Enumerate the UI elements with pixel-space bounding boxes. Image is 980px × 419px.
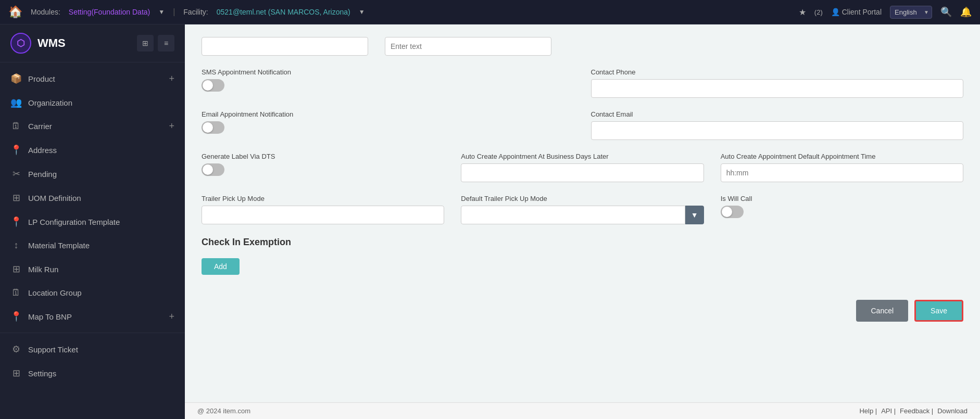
sidebar-item-organization[interactable]: 👥 Organization (0, 91, 185, 115)
search-icon[interactable]: 🔍 (940, 6, 952, 18)
main-layout: ⬡ WMS ⊞ ≡ 📦 Product + 👥 Organization 🗓 C… (0, 24, 980, 419)
sidebar-item-support-ticket[interactable]: ⚙ Support Ticket (0, 337, 185, 361)
contact-phone-input[interactable] (591, 79, 964, 98)
organization-icon: 👥 (10, 97, 22, 108)
check-in-title: Check In Exemption (202, 237, 963, 248)
sidebar-item-label: Product (28, 74, 162, 83)
email-toggle-track (202, 121, 224, 134)
add-button[interactable]: Add (202, 258, 240, 275)
sidebar-item-label: Settings (28, 369, 174, 378)
contact-email-label: Contact Email (591, 110, 964, 118)
map-to-bnp-icon: 📍 (10, 311, 22, 322)
sidebar-item-location-group[interactable]: 🗓 Location Group (0, 281, 185, 304)
sidebar-item-product[interactable]: 📦 Product + (0, 67, 185, 91)
map-to-bnp-add-icon[interactable]: + (169, 311, 174, 322)
facility-link[interactable]: 0521@teml.net (SAN MARCOS, Arizona) (217, 8, 350, 16)
sidebar-item-settings[interactable]: ⊞ Settings (0, 361, 185, 385)
generate-label-toggle[interactable] (202, 163, 224, 176)
default-trailer-select[interactable] (461, 206, 685, 224)
generate-label-toggle-track (202, 163, 224, 176)
email-toggle[interactable] (202, 121, 224, 134)
sms-toggle-thumb (203, 80, 213, 91)
sidebar-logo: ⬡ WMS ⊞ ≡ (0, 24, 185, 62)
form-actions: Cancel Save (202, 291, 963, 322)
language-selector[interactable]: English Spanish (890, 6, 932, 19)
home-icon[interactable]: 🏠 (8, 5, 22, 19)
partial-input-2[interactable] (385, 37, 551, 56)
pending-icon: ✂ (10, 168, 22, 180)
notification-bell-icon[interactable]: 🔔 (960, 6, 972, 18)
sms-group: SMS Appointment Notification (202, 68, 574, 92)
grid-view-button[interactable]: ⊞ (137, 35, 154, 52)
logo-icon: ⬡ (10, 33, 31, 54)
api-link[interactable]: API | (881, 407, 896, 415)
is-will-call-toggle-track (721, 206, 744, 218)
auto-create-group: Auto Create Appointment At Business Days… (461, 153, 703, 182)
is-will-call-toggle[interactable] (721, 206, 744, 218)
auto-create-input[interactable] (461, 163, 703, 182)
auto-create-time-input[interactable] (721, 163, 963, 182)
client-portal-link[interactable]: 👤 Client Portal (831, 8, 882, 16)
trailer-pickup-input[interactable] (202, 206, 444, 224)
partial-top-row (202, 37, 963, 56)
cancel-button[interactable]: Cancel (856, 300, 908, 322)
product-icon: 📦 (10, 73, 22, 84)
sidebar-item-milk-run[interactable]: ⊞ Milk Run (0, 257, 185, 281)
generate-label-group: Generate Label Via DTS (202, 153, 444, 176)
sidebar-item-pending[interactable]: ✂ Pending (0, 162, 185, 186)
settings-icon: ⊞ (10, 367, 22, 379)
partial-input-1[interactable] (202, 37, 368, 56)
sidebar-item-label: Pending (28, 170, 174, 179)
generate-label-toggle-thumb (203, 164, 213, 175)
sidebar-item-lp-config[interactable]: 📍 LP Configuration Template (0, 210, 185, 234)
sidebar-item-label: Organization (28, 98, 174, 107)
material-template-icon: ↕ (10, 240, 22, 251)
lp-config-icon: 📍 (10, 216, 22, 227)
star-icon[interactable]: ★ (799, 7, 806, 17)
email-contact-row: Email Appointment Notification Contact E… (202, 110, 963, 140)
default-trailer-group: Default Trailer Pick Up Mode ▼ (461, 195, 703, 224)
sidebar-item-label: UOM Definition (28, 194, 174, 202)
contact-phone-label: Contact Phone (591, 68, 964, 76)
form-container: SMS Appointment Notification Contact Pho… (185, 24, 980, 402)
sidebar-item-address[interactable]: 📍 Address (0, 138, 185, 162)
sms-toggle[interactable] (202, 79, 224, 92)
list-view-button[interactable]: ≡ (158, 35, 174, 52)
trailer-pickup-label: Trailer Pick Up Mode (202, 195, 444, 202)
contact-email-input[interactable] (591, 121, 964, 140)
sidebar-item-material-template[interactable]: ↕ Material Template (0, 234, 185, 257)
sidebar-item-label: Carrier (28, 122, 162, 131)
email-group: Email Appointment Notification (202, 110, 574, 134)
trailer-pickup-row: Trailer Pick Up Mode Default Trailer Pic… (202, 195, 963, 224)
sidebar-item-label: Address (28, 146, 174, 155)
modules-label: Modules: (31, 8, 60, 16)
sidebar-item-label: Support Ticket (28, 345, 174, 354)
facility-dropdown-icon[interactable]: ▼ (359, 8, 365, 16)
auto-create-time-label: Auto Create Appointment Default Appointm… (721, 153, 963, 160)
content-area: SMS Appointment Notification Contact Pho… (185, 24, 980, 419)
language-dropdown[interactable]: English Spanish (890, 6, 932, 19)
facility-label: Facility: (183, 8, 208, 16)
save-button[interactable]: Save (914, 300, 963, 322)
modules-link[interactable]: Setting(Foundation Data) (69, 8, 150, 16)
default-trailer-dropdown-button[interactable]: ▼ (685, 206, 704, 224)
sidebar-item-uom-definition[interactable]: ⊞ UOM Definition (0, 186, 185, 210)
sidebar-item-carrier[interactable]: 🗓 Carrier + (0, 115, 185, 138)
carrier-add-icon[interactable]: + (169, 121, 174, 132)
top-header: 🏠 Modules: Setting(Foundation Data) ▼ | … (0, 0, 980, 24)
is-will-call-label: Is Will Call (721, 195, 963, 202)
check-in-exemption-section: Check In Exemption Add (202, 237, 963, 275)
location-group-icon: 🗓 (10, 287, 22, 298)
help-link[interactable]: Help | (859, 407, 877, 415)
carrier-icon: 🗓 (10, 121, 22, 132)
copyright-text: @ 2024 item.com (197, 407, 250, 415)
product-add-icon[interactable]: + (169, 73, 174, 84)
modules-dropdown-icon[interactable]: ▼ (158, 8, 165, 16)
feedback-link[interactable]: Feedback | (900, 407, 933, 415)
star-count: (2) (814, 8, 823, 16)
nav-divider (0, 333, 185, 333)
logo-text: WMS (37, 36, 66, 50)
auto-create-time-group: Auto Create Appointment Default Appointm… (721, 153, 963, 182)
sidebar-item-map-to-bnp[interactable]: 📍 Map To BNP + (0, 304, 185, 328)
download-link[interactable]: Download (937, 407, 968, 415)
